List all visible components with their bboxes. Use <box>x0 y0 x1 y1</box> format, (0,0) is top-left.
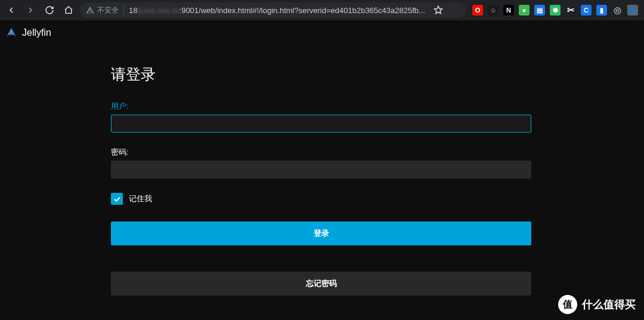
bookmark-star-icon[interactable] <box>432 4 444 16</box>
nav-back-button[interactable] <box>4 2 19 18</box>
username-field-group: 用户: <box>111 101 531 133</box>
login-button[interactable]: 登录 <box>111 221 531 245</box>
password-field-group: 密码: <box>111 147 531 179</box>
password-label: 密码: <box>111 147 531 158</box>
ext-cut-icon[interactable]: ✂ <box>565 5 576 16</box>
username-input[interactable] <box>111 115 531 133</box>
extension-icons: O☺N●▤✽✂C▮◎👤 <box>470 5 640 16</box>
nav-home-button[interactable] <box>61 2 76 18</box>
ext-green-icon[interactable]: ● <box>519 5 530 16</box>
main-content: 请登录 用户: 密码: 记住我 登录 忘记密码 <box>0 45 644 296</box>
check-icon <box>113 195 122 204</box>
nav-reload-button[interactable] <box>42 2 57 18</box>
login-title: 请登录 <box>111 64 531 84</box>
remember-me-row[interactable]: 记住我 <box>111 193 531 205</box>
warning-icon <box>86 6 94 14</box>
app-header: Jellyfin <box>0 20 644 45</box>
address-bar[interactable]: 不安全 185.xxx.xxx.xx:9001/web/index.html#!… <box>80 2 466 18</box>
ext-evernote-icon[interactable]: ✽ <box>550 5 561 16</box>
brand-name: Jellyfin <box>22 27 51 38</box>
ext-avatar-icon[interactable]: 👤 <box>627 5 638 16</box>
address-separator <box>123 6 124 15</box>
not-secure-label: 不安全 <box>97 5 119 16</box>
not-secure-indicator: 不安全 <box>86 5 119 16</box>
ext-c-icon[interactable]: C <box>581 5 592 16</box>
nav-forward-button[interactable] <box>23 2 38 18</box>
smzdm-text: 什么值得买 <box>582 297 636 312</box>
ext-n2-icon[interactable]: ▮ <box>596 5 607 16</box>
browser-toolbar: 不安全 185.xxx.xxx.xx:9001/web/index.html#!… <box>0 0 644 20</box>
ext-doc-icon[interactable]: ▤ <box>534 5 545 16</box>
smzdm-badge-icon: 值 <box>558 295 577 314</box>
login-button-label: 登录 <box>314 228 329 239</box>
ext-face-icon[interactable]: ☺ <box>488 5 499 16</box>
username-label: 用户: <box>111 101 531 112</box>
remember-me-checkbox[interactable] <box>111 193 123 205</box>
forgot-password-label: 忘记密码 <box>306 278 337 289</box>
jellyfin-logo[interactable]: Jellyfin <box>5 26 51 39</box>
smzdm-watermark: 值 什么值得买 <box>558 295 636 314</box>
forgot-password-button[interactable]: 忘记密码 <box>111 272 531 296</box>
remember-me-label: 记住我 <box>129 193 152 204</box>
ext-o-icon[interactable]: O <box>472 5 483 16</box>
url-text: 185.xxx.xxx.xx:9001/web/index.html#!/log… <box>129 6 425 15</box>
login-form: 请登录 用户: 密码: 记住我 登录 忘记密码 <box>111 64 531 296</box>
ext-n1-icon[interactable]: N <box>503 5 514 16</box>
password-input[interactable] <box>111 161 531 179</box>
jellyfin-logo-icon <box>5 26 18 39</box>
ext-target-icon[interactable]: ◎ <box>612 5 623 16</box>
